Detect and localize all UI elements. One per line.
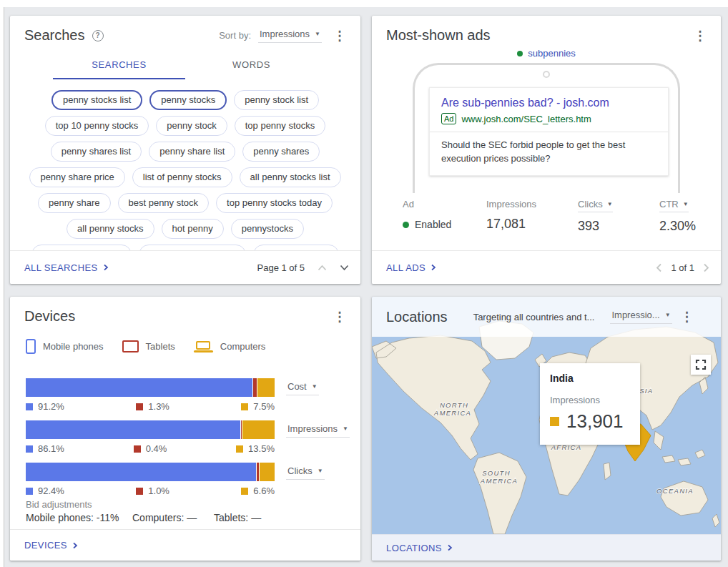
search-chip[interactable]: list of penny stocks (132, 167, 232, 187)
page-up-button[interactable] (318, 265, 327, 271)
search-chip-cutoff[interactable] (139, 245, 246, 250)
search-chip-cutoff[interactable] (253, 245, 339, 250)
tab-searches[interactable]: SEARCHES (53, 54, 185, 79)
ads-footer: ALL ADS 1 of 1 (372, 250, 721, 284)
bid-adjustments: Mobile phones: -11% Computers: — Tablets… (26, 512, 261, 523)
locations-header: Locations Targeting all countries and t.… (372, 297, 721, 337)
ad-preview: Are sub-pennies bad? - josh.com Ad www.j… (429, 87, 669, 176)
ctr-column-dropdown[interactable]: CTR ▼ (659, 199, 689, 212)
ad-description: Should the SEC forbid people to get the … (441, 139, 656, 166)
clicks-bar-values: 92.4% 1.0% 6.6% (26, 485, 275, 496)
page-indicator: Page 1 of 5 (257, 262, 305, 273)
laptop-icon (194, 341, 213, 352)
kebab-menu-icon[interactable]: ⋮ (689, 29, 711, 42)
tooltip-metric: Impressions (550, 395, 630, 405)
chevron-down-icon (340, 265, 349, 271)
search-chips: penny stocks list penny stocks penny sto… (10, 90, 360, 250)
devices-legend: Mobile phones Tablets Computers (26, 339, 360, 354)
help-icon[interactable]: ? (92, 30, 104, 41)
devices-footer: DEVICES (10, 529, 360, 561)
searches-tabs: SEARCHES WORDS (53, 54, 318, 79)
page-down-button[interactable] (340, 265, 349, 271)
tooltip-country: India (550, 373, 630, 384)
all-ads-link[interactable]: ALL ADS (386, 262, 437, 273)
search-chip[interactable]: all penny stocks list (240, 167, 341, 187)
search-chip[interactable]: penny stock (156, 116, 227, 136)
yellow-swatch (241, 403, 248, 410)
search-chip[interactable]: hot penny (162, 219, 224, 239)
kebab-menu-icon[interactable]: ⋮ (329, 310, 350, 323)
impressions-bar-values: 86.1% 0.4% 13.5% (26, 443, 275, 454)
search-chip[interactable]: best penny stock (118, 193, 210, 213)
phone-camera-icon (543, 71, 550, 78)
sort-by-label: Sort by: (219, 30, 251, 41)
stat-ad: Ad Enabled (403, 197, 451, 230)
chip-row: penny share price list of penny stocks a… (10, 167, 360, 187)
tablet-icon (122, 340, 139, 352)
clicks-bar (26, 463, 275, 481)
caret-down-icon: ▼ (607, 201, 613, 207)
metric-dropdown[interactable]: Impressio... ▼ (610, 310, 672, 324)
search-chip[interactable]: penny stocks list (51, 90, 142, 110)
locations-link[interactable]: LOCATIONS (386, 543, 453, 553)
devices-link[interactable]: DEVICES (24, 540, 79, 551)
ad-headline-link[interactable]: Are sub-pennies bad? - josh.com (441, 97, 656, 109)
search-chip[interactable]: penny share list (149, 142, 235, 162)
prev-ad-button[interactable] (656, 263, 662, 272)
search-chip[interactable]: penny stocks (149, 90, 227, 110)
search-chip[interactable]: top 10 penny stocks (45, 116, 149, 136)
searches-card: Searches ? Sort by: Impressions ▼ ⋮ SEAR… (10, 16, 360, 284)
map-tooltip: India Impressions 13,901 (540, 363, 640, 445)
fullscreen-button[interactable] (691, 355, 711, 375)
search-chip[interactable]: penny share price (29, 167, 124, 187)
all-searches-link[interactable]: ALL SEARCHES (24, 262, 109, 273)
chip-row: penny share best penny stock top penny s… (10, 193, 360, 213)
kebab-menu-icon[interactable]: ⋮ (677, 310, 698, 323)
search-chip[interactable]: penny share (38, 193, 111, 213)
impressions-dropdown[interactable]: Impressions▼ (286, 423, 350, 438)
chevron-right-icon (102, 264, 109, 271)
tab-words[interactable]: WORDS (185, 54, 318, 79)
search-chip[interactable]: top penny stocks today (216, 193, 333, 213)
search-chip[interactable]: penny stock list (234, 90, 319, 110)
map-label-north-america: NORTH (440, 401, 468, 409)
sort-by-value: Impressions (260, 29, 310, 39)
kebab-menu-icon[interactable]: ⋮ (329, 29, 350, 42)
search-chip[interactable]: penny shares (242, 142, 320, 162)
search-chip-cutoff[interactable] (31, 245, 132, 250)
impressions-value: 17,081 (486, 217, 536, 232)
search-chip[interactable]: top penny stocks (235, 116, 326, 136)
map-label-oceania: OCEANIA (656, 487, 694, 495)
chip-row: penny shares list penny share list penny… (10, 142, 360, 162)
searches-header: Searches ? Sort by: Impressions ▼ ⋮ (10, 16, 360, 44)
clicks-tablet-segment (257, 463, 259, 481)
chip-row: top 10 penny stocks penny stock top penn… (10, 116, 360, 136)
chevron-right-icon (430, 264, 437, 271)
next-ad-button[interactable] (703, 263, 709, 272)
ad-group-legend[interactable]: subpennies (372, 48, 721, 59)
svg-text:AMERICA: AMERICA (480, 477, 518, 485)
caret-down-icon: ▼ (312, 383, 318, 390)
impressions-bar (26, 420, 275, 439)
ad-stats: Ad Enabled Impressions 17,081 Clicks ▼ 3… (372, 197, 721, 245)
clicks-column-dropdown[interactable]: Clicks ▼ (578, 199, 613, 212)
caret-down-icon: ▼ (343, 425, 348, 432)
cost-dropdown[interactable]: Cost▼ (286, 381, 319, 395)
stat-impressions: Impressions 17,081 (486, 197, 536, 232)
chevron-right-icon (446, 544, 453, 551)
ad-badge: Ad (441, 113, 456, 124)
chip-row: all penny stocks hot penny pennystocks (10, 219, 360, 239)
ad-display-url: www.josh.com/SEC_letters.htm (461, 114, 591, 124)
search-chip[interactable]: all penny stocks (67, 219, 154, 239)
searches-footer: ALL SEARCHES Page 1 of 5 (10, 250, 360, 284)
sort-by-dropdown[interactable]: Impressions ▼ (258, 29, 322, 43)
targeting-summary: Targeting all countries and t... (473, 312, 595, 322)
search-chip[interactable]: pennystocks (231, 219, 304, 239)
most-shown-ads-card: Most-shown ads ⋮ subpennies Are sub-penn… (372, 16, 721, 284)
search-chip[interactable]: penny shares list (51, 142, 142, 162)
enabled-status-dot (403, 222, 409, 228)
stat-ctr: CTR ▼ 2.30% (659, 197, 696, 234)
ad-status: Enabled (415, 219, 451, 230)
clicks-dropdown[interactable]: Clicks▼ (286, 465, 325, 480)
locations-title: Locations (386, 309, 448, 325)
